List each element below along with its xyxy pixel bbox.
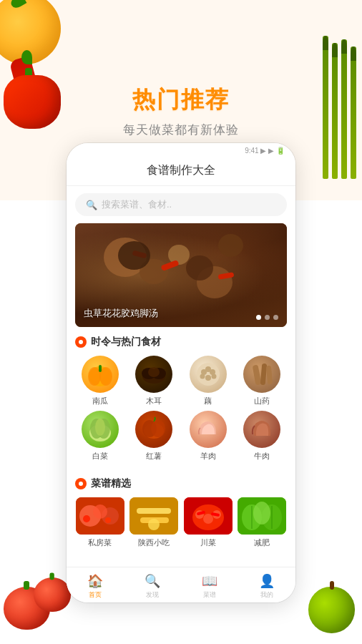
svg-point-45 xyxy=(253,502,270,525)
phone-mockup: 9:41 ▶ ▶ 🔋 食谱制作大全 🔍 搜索菜谱、食材.. xyxy=(67,143,295,602)
banner-container[interactable]: 虫草花花胶鸡脚汤 xyxy=(75,223,287,327)
cuisine-shaanxi[interactable]: 陕西小吃 xyxy=(129,497,180,548)
chuan-img xyxy=(184,497,233,535)
svg-rect-17 xyxy=(266,366,273,385)
cuisine-section: 菜谱精选 xyxy=(67,469,295,552)
ingredient-shanyao[interactable]: 山药 xyxy=(238,356,288,406)
svg-point-7 xyxy=(148,367,160,377)
hero-subtitle: 每天做菜都有新体验 xyxy=(123,122,239,138)
ingredient-niurou[interactable]: 牛肉 xyxy=(238,411,288,462)
ingredient-yangrou[interactable]: 羊肉 xyxy=(183,411,233,462)
home-label: 首页 xyxy=(89,590,102,600)
search-bar[interactable]: 🔍 搜索菜谱、食材.. xyxy=(75,193,287,216)
shanyao-img xyxy=(243,356,280,393)
hero-title: 热门推荐 xyxy=(132,84,230,116)
svg-point-8 xyxy=(197,363,220,386)
muer-name: 木耳 xyxy=(146,396,162,406)
svg-point-30 xyxy=(105,517,111,523)
svg-point-34 xyxy=(148,519,160,530)
hongshu-img xyxy=(135,411,172,448)
chuan-name: 川菜 xyxy=(200,537,216,548)
app-title: 食谱制作大全 xyxy=(147,164,215,176)
phone-frame: 9:41 ▶ ▶ 🔋 食谱制作大全 🔍 搜索菜谱、食材.. xyxy=(67,143,295,602)
discover-icon: 🔍 xyxy=(145,573,160,589)
ingredient-muer[interactable]: 木耳 xyxy=(129,356,180,406)
home-icon: 🏠 xyxy=(87,573,103,589)
cuisine-title-text: 菜谱精选 xyxy=(91,477,131,490)
baicai-img xyxy=(82,411,119,448)
sifang-name: 私房菜 xyxy=(88,537,112,548)
profile-icon: 👤 xyxy=(259,573,275,589)
seasonal-title-text: 时令与热门食材 xyxy=(91,336,161,348)
nav-discover[interactable]: 🔍 发现 xyxy=(145,573,160,600)
nav-recipes[interactable]: 📖 菜谱 xyxy=(202,573,217,600)
svg-point-29 xyxy=(83,515,90,522)
apple-decoration xyxy=(290,558,362,644)
status-bar: 9:41 ▶ ▶ 🔋 xyxy=(67,143,295,157)
profile-label: 我的 xyxy=(260,590,273,600)
app-header: 食谱制作大全 xyxy=(67,157,295,186)
nangua-name: 南瓜 xyxy=(92,396,108,406)
phone-content[interactable]: 🔍 搜索菜谱、食材.. xyxy=(67,186,295,567)
jianfei-name: 减肥 xyxy=(254,537,270,548)
svg-rect-32 xyxy=(137,508,171,514)
shanyao-name: 山药 xyxy=(254,396,270,406)
search-placeholder: 搜索菜谱、食材.. xyxy=(102,198,172,211)
ou-name: 藕 xyxy=(204,396,212,406)
cuisine-section-title: 菜谱精选 xyxy=(75,477,287,490)
svg-point-21 xyxy=(95,419,105,436)
recipes-icon: 📖 xyxy=(202,573,217,589)
search-icon: 🔍 xyxy=(86,200,97,210)
niurou-img xyxy=(243,411,280,448)
yangrou-name: 羊肉 xyxy=(200,451,216,462)
banner-label: 虫草花花胶鸡脚汤 xyxy=(84,307,158,320)
nav-profile[interactable]: 👤 我的 xyxy=(259,573,275,600)
bottom-nav: 🏠 首页 🔍 发现 📖 菜谱 👤 我的 xyxy=(67,567,295,602)
ingredient-hongshu[interactable]: 红薯 xyxy=(129,411,180,462)
svg-point-13 xyxy=(205,375,211,381)
dot-2 xyxy=(265,315,270,320)
sifang-img xyxy=(76,497,124,535)
ingredient-baicai[interactable]: 白菜 xyxy=(75,411,125,462)
svg-rect-16 xyxy=(260,364,268,385)
ingredient-ou[interactable]: 藕 xyxy=(183,356,233,406)
svg-point-28 xyxy=(93,504,107,519)
seasonal-section: 时令与热门食材 南瓜 xyxy=(67,327,295,469)
muer-img xyxy=(135,356,172,393)
svg-rect-15 xyxy=(253,365,262,386)
yangrou-img xyxy=(190,411,227,448)
seasonal-title: 时令与热门食材 xyxy=(75,336,287,348)
cuisine-jianfei[interactable]: 减肥 xyxy=(238,497,288,548)
nangua-img xyxy=(82,356,119,393)
recipes-label: 菜谱 xyxy=(203,590,216,600)
hongshu-name: 红薯 xyxy=(146,451,162,462)
ingredient-nangua[interactable]: 南瓜 xyxy=(75,356,125,406)
niurou-name: 牛肉 xyxy=(254,451,270,462)
ingredient-grid: 南瓜 木耳 xyxy=(75,356,287,462)
svg-rect-3 xyxy=(99,365,102,372)
svg-point-14 xyxy=(211,374,216,379)
svg-point-12 xyxy=(200,374,205,379)
cuisine-grid: 私房菜 陕西小吃 xyxy=(75,497,287,548)
cuisine-chuan[interactable]: 川菜 xyxy=(183,497,233,548)
cuisine-sifang[interactable]: 私房菜 xyxy=(75,497,125,548)
section-dot xyxy=(75,336,87,348)
discover-label: 发现 xyxy=(146,590,159,600)
ou-img xyxy=(190,356,227,393)
svg-point-24 xyxy=(151,420,165,437)
cuisine-section-dot xyxy=(75,478,87,489)
baicai-name: 白菜 xyxy=(92,451,108,462)
banner-dots xyxy=(256,315,278,320)
jianfei-img xyxy=(238,497,286,535)
shaanxi-name: 陕西小吃 xyxy=(138,537,170,548)
dot-3 xyxy=(273,315,278,320)
svg-point-39 xyxy=(203,514,213,524)
nav-home[interactable]: 🏠 首页 xyxy=(87,573,103,600)
shaanxi-img xyxy=(129,497,178,535)
dot-1 xyxy=(256,315,261,320)
